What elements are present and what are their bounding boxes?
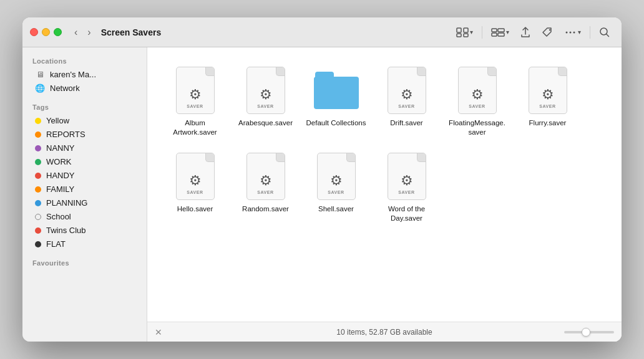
- svg-point-8: [549, 29, 550, 30]
- file-item-drift[interactable]: ⚙ SAVER Drift.saver: [374, 60, 439, 141]
- sidebar-item-flat[interactable]: FLAT: [25, 237, 144, 251]
- sidebar-item-work[interactable]: WORK: [25, 155, 144, 168]
- view-options-button[interactable]: ▾: [487, 25, 513, 40]
- svg-rect-1: [464, 28, 468, 32]
- sidebar: Locations 🖥 karen's Ma... 🌐 Network Tags…: [22, 47, 147, 342]
- share-button[interactable]: [517, 24, 534, 41]
- nanny-tag-dot: [35, 145, 41, 151]
- forward-button[interactable]: ›: [85, 26, 93, 39]
- handy-tag-dot: [35, 173, 41, 179]
- yellow-tag-dot: [35, 118, 41, 124]
- sidebar-item-family[interactable]: FAMILY: [25, 183, 144, 196]
- file-item-random[interactable]: ⚙ SAVER Random.saver: [233, 146, 298, 227]
- back-button[interactable]: ‹: [72, 26, 80, 39]
- slider-track: [564, 331, 614, 333]
- svg-point-9: [566, 31, 568, 33]
- file-item-arabesque[interactable]: ⚙ SAVER Arabesque.saver: [233, 60, 298, 141]
- svg-rect-0: [457, 28, 461, 32]
- sidebar-item-handy[interactable]: HANDY: [25, 169, 144, 182]
- sidebar-item-label: karen's Ma...: [50, 70, 96, 79]
- finder-window: ‹ › Screen Savers ▾: [22, 17, 622, 342]
- twins-club-tag-dot: [35, 227, 41, 234]
- sidebar-item-karens-mac[interactable]: 🖥 karen's Ma...: [25, 68, 144, 81]
- tag-label: HANDY: [46, 171, 75, 180]
- family-tag-dot: [35, 186, 41, 193]
- svg-rect-3: [464, 34, 468, 37]
- file-item-word-of-the-day[interactable]: ⚙ SAVER Word of the Day.saver: [374, 146, 439, 227]
- traffic-lights: [30, 28, 62, 36]
- file-item-floating-message[interactable]: ⚙ SAVER FloatingMessage. saver: [444, 60, 510, 141]
- reports-tag-dot: [35, 132, 41, 138]
- sidebar-item-label: Network: [50, 84, 80, 93]
- tag-label: FLAT: [46, 239, 66, 249]
- slider-thumb[interactable]: [582, 328, 590, 337]
- sidebar-item-twins-club[interactable]: Twins Club: [25, 224, 144, 237]
- file-item-hello[interactable]: ⚙ SAVER Hello.saver: [162, 146, 228, 227]
- view-toggle-button[interactable]: ▾: [452, 25, 477, 40]
- network-icon: 🌐: [35, 84, 45, 93]
- file-label: FloatingMessage. saver: [447, 118, 507, 137]
- saver-icon: ⚙ SAVER: [314, 151, 359, 202]
- minimize-button[interactable]: [42, 28, 50, 36]
- file-label: Album Artwork.saver: [165, 118, 225, 137]
- titlebar: ‹ › Screen Savers ▾: [22, 17, 622, 47]
- svg-rect-4: [492, 29, 497, 32]
- file-item-flurry[interactable]: ⚙ SAVER Flurry.saver: [515, 60, 580, 141]
- flat-tag-dot: [35, 241, 41, 247]
- saver-icon: ⚙ SAVER: [173, 65, 218, 116]
- svg-point-10: [570, 31, 572, 33]
- status-bar: ✕ 10 items, 52.87 GB available: [147, 322, 622, 342]
- folder-icon: [314, 65, 359, 116]
- saver-icon: ⚙ SAVER: [243, 151, 288, 202]
- fullscreen-button[interactable]: [54, 28, 62, 36]
- file-item-default-collections[interactable]: Default Collections: [303, 60, 369, 141]
- monitor-icon: 🖥: [35, 70, 45, 79]
- tag-label: Yellow: [46, 116, 69, 125]
- search-button[interactable]: [595, 24, 614, 41]
- tag-label: FAMILY: [46, 184, 74, 194]
- tag-label: Twins Club: [46, 226, 86, 235]
- saver-icon: ⚙ SAVER: [173, 151, 218, 202]
- planning-tag-dot: [35, 200, 41, 206]
- saver-icon: ⚙ SAVER: [384, 151, 429, 202]
- file-item-shell[interactable]: ⚙ SAVER Shell.saver: [303, 146, 369, 227]
- saver-icon: ⚙ SAVER: [455, 65, 500, 116]
- tags-header: Tags: [22, 101, 147, 113]
- tag-button[interactable]: [538, 24, 557, 41]
- file-area: ⚙ SAVER Album Artwork.saver ⚙ SAVER: [147, 47, 622, 342]
- zoom-slider[interactable]: [564, 331, 614, 333]
- svg-rect-5: [498, 29, 504, 32]
- toolbar-divider: [482, 26, 482, 39]
- sidebar-item-planning[interactable]: PLANNING: [25, 196, 144, 209]
- close-button[interactable]: [30, 28, 38, 36]
- work-tag-dot: [35, 159, 41, 165]
- file-label: Drift.saver: [390, 118, 422, 128]
- saver-icon: ⚙ SAVER: [243, 65, 288, 116]
- file-item-album-artwork[interactable]: ⚙ SAVER Album Artwork.saver: [162, 60, 228, 141]
- more-button[interactable]: ▾: [560, 25, 585, 40]
- sidebar-item-reports[interactable]: REPORTS: [25, 128, 144, 141]
- window-title: Screen Savers: [101, 27, 162, 37]
- file-label: Hello.saver: [177, 204, 213, 214]
- locations-header: Locations: [22, 55, 147, 67]
- status-text: 10 items, 52.87 GB available: [336, 328, 432, 337]
- sidebar-item-network[interactable]: 🌐 Network: [25, 82, 144, 95]
- sidebar-item-school[interactable]: School: [25, 210, 144, 223]
- sidebar-item-yellow[interactable]: Yellow: [25, 114, 144, 127]
- file-label: Flurry.saver: [529, 118, 567, 128]
- toolbar-actions: ▾ ▾: [452, 24, 614, 41]
- svg-point-11: [573, 31, 575, 33]
- file-label: Shell.saver: [318, 204, 354, 214]
- tag-label: WORK: [46, 157, 71, 166]
- file-label: Word of the Day.saver: [376, 204, 437, 223]
- status-close-button[interactable]: ✕: [155, 327, 162, 337]
- tag-label: School: [46, 212, 71, 221]
- saver-icon: ⚙ SAVER: [384, 65, 429, 116]
- tag-label: REPORTS: [46, 130, 85, 139]
- file-label: Default Collections: [306, 118, 366, 128]
- svg-rect-2: [457, 34, 461, 37]
- tag-label: NANNY: [46, 143, 75, 153]
- favourites-header: Favourites: [22, 257, 147, 269]
- toolbar-divider-2: [590, 26, 590, 39]
- sidebar-item-nanny[interactable]: NANNY: [25, 141, 144, 155]
